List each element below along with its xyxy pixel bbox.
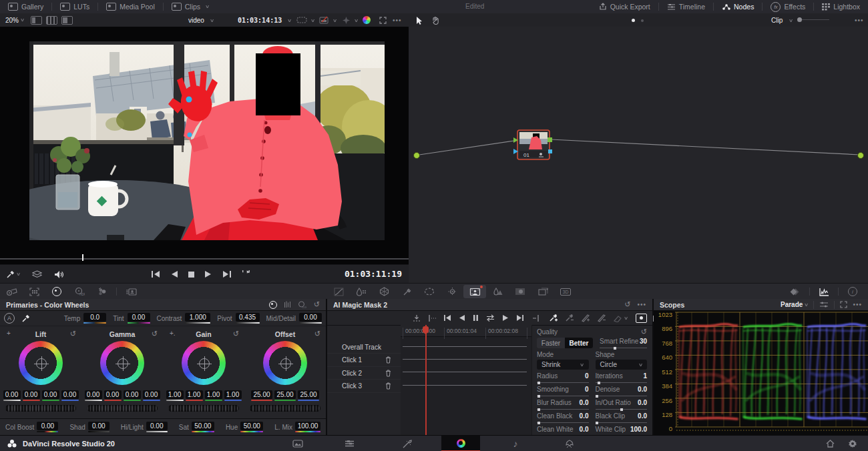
smart-refine-value[interactable]: 30 [640, 338, 647, 345]
wheels-mode-icon[interactable] [266, 300, 280, 310]
offset-master-dial[interactable] [250, 405, 320, 412]
mid-detail-field[interactable]: 0.00 [299, 313, 322, 324]
play-button[interactable] [204, 270, 212, 278]
col-boost-field[interactable]: 0.00 [37, 422, 58, 432]
smoothing-slider[interactable] [537, 396, 589, 396]
black-clip-slider[interactable] [596, 422, 648, 423]
curves-icon[interactable] [327, 285, 350, 298]
node-graph-canvas[interactable]: 01 [409, 27, 868, 299]
magic-mask-reset-icon[interactable]: ↺ [624, 300, 630, 309]
add-touchup-icon[interactable] [581, 314, 590, 322]
split-viewer-icon[interactable] [61, 16, 73, 25]
motion-effects-icon[interactable] [120, 285, 142, 298]
contrast-field[interactable]: 1.000 [185, 313, 210, 324]
offset-r-field[interactable]: 25.00 [251, 390, 272, 401]
track-direction-button[interactable] [486, 314, 495, 322]
media-pool-button[interactable]: Media Pool [98, 0, 163, 13]
gain-reset-icon[interactable]: ↺ [233, 330, 239, 338]
color-page-button[interactable] [441, 436, 480, 451]
mask-pause-button[interactable] [473, 314, 479, 322]
lift-master-dial[interactable] [5, 405, 76, 412]
timeline-tab[interactable]: Timeline [659, 0, 713, 13]
mask-track-reverse-button[interactable] [459, 314, 465, 322]
lum-mix-field[interactable]: 100.00 [295, 422, 320, 432]
hdr-wheels-icon[interactable]: HDR [68, 285, 91, 298]
magic-mask-icon[interactable] [463, 285, 486, 298]
gamma-wheel[interactable] [100, 341, 144, 385]
eraser-tool-icon[interactable]: ∨ [613, 314, 628, 322]
offset-reset-icon[interactable]: ↺ [314, 330, 320, 338]
single-viewer-icon[interactable] [31, 16, 42, 25]
info-panel-icon[interactable]: i [841, 285, 864, 298]
viewer-timecode[interactable]: 01:03:14:13 [238, 17, 282, 24]
mode-select[interactable]: Shrink∨ [537, 360, 589, 370]
clips-button[interactable]: Clips ∨ [164, 0, 217, 13]
corrector-node[interactable] [513, 130, 552, 159]
mask-go-end-button[interactable] [516, 314, 524, 322]
gain-wheel[interactable] [182, 341, 226, 385]
tint-field[interactable]: 0.00 [128, 313, 150, 324]
effects-tab[interactable]: fx Effects [763, 0, 813, 13]
mask-playhead[interactable] [425, 325, 427, 435]
blur-icon[interactable] [486, 285, 509, 298]
saturation-field[interactable]: 50.00 [192, 422, 214, 432]
viewer-scrub-bar[interactable] [0, 258, 409, 260]
smart-refine-slider[interactable] [600, 348, 647, 348]
add-stroke-picker-icon[interactable] [549, 314, 558, 322]
hand-tool-icon[interactable] [431, 16, 440, 25]
deliver-page-button[interactable] [558, 436, 580, 451]
source-node-dot[interactable] [414, 153, 420, 159]
gamma-master-dial[interactable] [87, 405, 158, 412]
audio-mute-icon[interactable] [54, 270, 63, 279]
magic-mask-options-icon[interactable]: ••• [637, 301, 646, 308]
shape-select[interactable]: Circle∨ [596, 360, 648, 370]
power-windows-icon[interactable] [418, 285, 441, 298]
output-node-dot[interactable] [858, 153, 864, 159]
tracker-icon[interactable] [441, 285, 463, 298]
cursor-tool-icon[interactable] [415, 16, 423, 25]
delete-track-icon[interactable] [385, 382, 391, 390]
parade-scope[interactable]: 1023 896 768 640 512 384 256 128 0 [654, 310, 868, 435]
zoom-slider-track[interactable] [797, 19, 829, 20]
auto-balance-icon[interactable]: A [4, 313, 15, 324]
color-match-icon[interactable] [23, 285, 45, 298]
gain-y-field[interactable]: 1.00 [166, 390, 184, 401]
gamma-reset-icon[interactable]: ↺ [152, 330, 158, 338]
clean-white-value[interactable]: 0.0 [580, 426, 589, 433]
lift-b-field[interactable]: 0.00 [61, 390, 79, 401]
scope-settings-icon[interactable] [819, 301, 829, 308]
quality-better-option[interactable]: Better [565, 338, 593, 348]
in-out-ratio-value[interactable]: 0.0 [638, 399, 647, 406]
color-warper-icon[interactable] [373, 285, 395, 298]
track-row-click2[interactable]: Click 2 [327, 367, 401, 380]
go-to-start-button[interactable] [151, 270, 161, 278]
offset-b-field[interactable]: 25.00 [298, 390, 319, 401]
gain-g-field[interactable]: 1.00 [205, 390, 222, 401]
blur-radius-slider[interactable] [537, 409, 589, 410]
quality-faster-option[interactable]: Faster [537, 338, 565, 348]
gain-r-field[interactable]: 1.00 [186, 390, 203, 401]
track-range-icon[interactable] [428, 314, 436, 322]
expand-viewer-icon[interactable] [379, 17, 387, 24]
lift-g-field[interactable]: 0.00 [42, 390, 59, 401]
qualifier-icon[interactable] [350, 285, 373, 298]
black-clip-value[interactable]: 0.0 [638, 412, 647, 420]
track-row-overall[interactable]: Overall Track [327, 341, 401, 354]
quality-reset-icon[interactable]: ↺ [641, 328, 647, 336]
smoothing-value[interactable]: 0 [585, 386, 589, 393]
shadows-field[interactable]: 0.00 [88, 422, 110, 432]
viewer-options-icon[interactable]: ••• [393, 17, 402, 24]
mask-go-start-button[interactable] [443, 314, 451, 322]
settings-gear-button[interactable] [841, 436, 864, 451]
fusion-page-button[interactable] [396, 436, 419, 451]
keyframes-panel-icon[interactable] [784, 285, 807, 298]
timeline-select[interactable]: video [188, 17, 204, 24]
clean-black-slider[interactable] [537, 422, 589, 423]
radius-slider[interactable] [537, 382, 589, 383]
offset-wheel[interactable] [263, 341, 307, 385]
delete-track-icon[interactable] [385, 356, 391, 364]
color-wheels-palette-icon[interactable] [45, 285, 68, 298]
log-mode-icon[interactable]: LOG [295, 300, 310, 310]
3d-icon[interactable]: 3D [554, 285, 577, 298]
grid-viewer-icon[interactable] [46, 16, 57, 25]
